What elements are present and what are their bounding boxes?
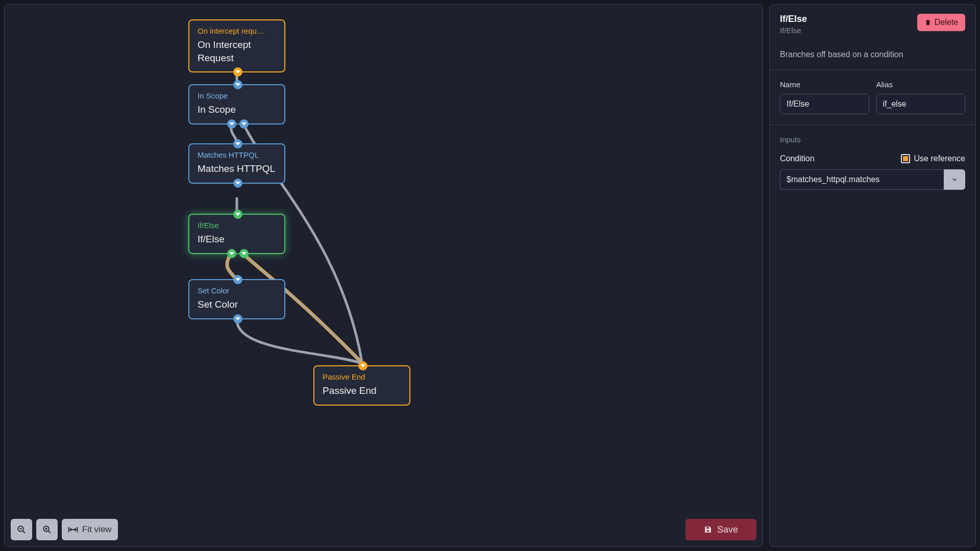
port-out-icon[interactable] — [227, 119, 236, 129]
checkbox-icon — [901, 154, 910, 163]
condition-dropdown-button[interactable] — [944, 169, 965, 190]
node-passive-end[interactable]: Passive End Passive End — [313, 365, 410, 406]
zoom-in-icon — [42, 525, 52, 534]
node-on-intercept-request[interactable]: On intercept requ… On Intercept Request — [188, 19, 285, 72]
save-button[interactable]: Save — [685, 519, 756, 540]
node-in-scope[interactable]: In Scope In Scope — [188, 84, 285, 124]
chevron-down-icon — [951, 176, 958, 183]
inspector-title: If/Else — [780, 14, 807, 24]
inspector-panel: If/Else If/Else Delete Branches off base… — [769, 4, 976, 547]
use-reference-label: Use reference — [914, 154, 966, 163]
node-value: Matches HTTPQL — [198, 162, 276, 176]
node-title: On intercept requ… — [198, 27, 276, 35]
edges-layer — [5, 5, 763, 546]
port-out-icon[interactable] — [233, 67, 242, 77]
inspector-subtitle: If/Else — [780, 26, 807, 35]
port-in-icon[interactable] — [358, 361, 368, 370]
node-if-else[interactable]: If/Else If/Else — [188, 214, 285, 254]
svg-line-1 — [23, 531, 25, 533]
delete-label: Delete — [935, 18, 958, 27]
port-out-icon[interactable] — [227, 249, 236, 258]
port-out-icon[interactable] — [239, 249, 249, 258]
node-value: Passive End — [323, 384, 401, 397]
name-input[interactable] — [780, 94, 869, 114]
inputs-section-label: Inputs — [780, 135, 965, 144]
node-value: Set Color — [198, 298, 276, 311]
condition-label: Condition — [780, 154, 815, 163]
node-value: If/Else — [198, 233, 276, 246]
divider — [770, 69, 975, 70]
node-title: In Scope — [198, 91, 276, 100]
fit-view-label: Fit view — [82, 524, 112, 535]
port-in-icon[interactable] — [233, 139, 242, 148]
divider — [770, 124, 975, 125]
zoom-in-button[interactable] — [36, 519, 58, 540]
delete-button[interactable]: Delete — [917, 14, 965, 31]
workflow-canvas[interactable]: On intercept requ… On Intercept Request … — [4, 4, 763, 547]
node-value: On Intercept Request — [198, 38, 276, 64]
node-title: Matches HTTPQL — [198, 151, 276, 159]
fit-view-icon — [68, 525, 78, 534]
port-in-icon[interactable] — [233, 210, 242, 219]
node-title: Set Color — [198, 286, 276, 295]
node-value: In Scope — [198, 103, 276, 116]
node-matches-httpql[interactable]: Matches HTTPQL Matches HTTPQL — [188, 143, 285, 184]
port-in-icon[interactable] — [233, 275, 242, 284]
name-label: Name — [780, 80, 869, 89]
trash-icon — [924, 19, 932, 26]
svg-line-4 — [48, 531, 51, 533]
node-title: Passive End — [323, 372, 401, 381]
port-out-icon[interactable] — [239, 119, 249, 129]
zoom-out-button[interactable] — [11, 519, 32, 540]
port-out-icon[interactable] — [233, 314, 242, 323]
node-title: If/Else — [198, 221, 276, 230]
alias-label: Alias — [876, 80, 966, 89]
zoom-out-icon — [17, 525, 26, 534]
save-label: Save — [717, 524, 738, 535]
port-out-icon[interactable] — [233, 179, 242, 188]
use-reference-toggle[interactable]: Use reference — [901, 154, 966, 163]
fit-view-button[interactable]: Fit view — [62, 519, 118, 540]
condition-value[interactable]: $matches_httpql.matches — [780, 169, 944, 190]
node-set-color[interactable]: Set Color Set Color — [188, 279, 285, 319]
save-icon — [704, 525, 712, 534]
alias-input[interactable] — [876, 94, 966, 114]
inspector-description: Branches off based on a condition — [780, 50, 965, 59]
port-in-icon[interactable] — [233, 80, 242, 89]
